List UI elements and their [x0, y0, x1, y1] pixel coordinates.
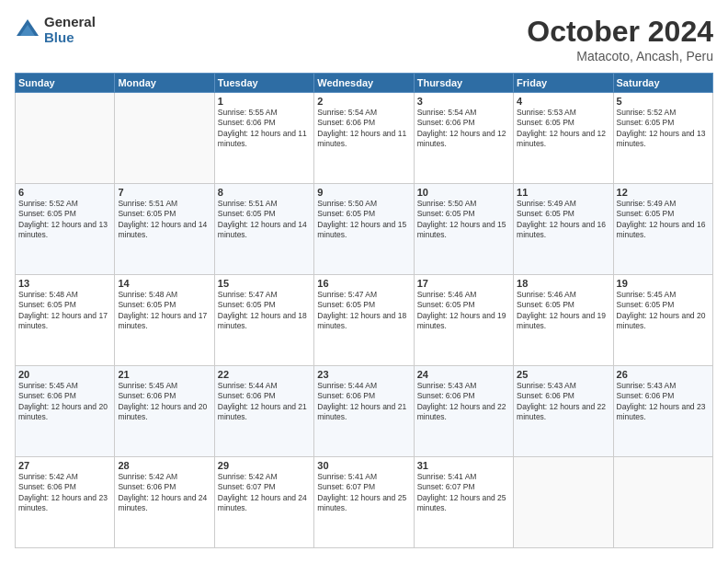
header-tuesday: Tuesday	[214, 74, 313, 93]
day-number: 10	[417, 187, 510, 198]
day-number: 8	[218, 187, 311, 198]
day-info: Sunrise: 5:52 AMSunset: 6:05 PMDaylight:…	[617, 108, 710, 150]
day-info: Sunrise: 5:42 AMSunset: 6:06 PMDaylight:…	[118, 472, 210, 514]
calendar-week-3: 13Sunrise: 5:48 AMSunset: 6:05 PMDayligh…	[16, 275, 713, 366]
table-row: 12Sunrise: 5:49 AMSunset: 6:05 PMDayligh…	[613, 184, 712, 275]
table-row	[514, 457, 613, 548]
table-row: 29Sunrise: 5:42 AMSunset: 6:07 PMDayligh…	[214, 457, 313, 548]
page: General Blue October 2024 Matacoto, Anca…	[0, 0, 728, 563]
header-thursday: Thursday	[414, 74, 513, 93]
day-info: Sunrise: 5:43 AMSunset: 6:06 PMDaylight:…	[517, 381, 609, 423]
table-row: 20Sunrise: 5:45 AMSunset: 6:06 PMDayligh…	[16, 366, 115, 457]
table-row: 3Sunrise: 5:54 AMSunset: 6:06 PMDaylight…	[414, 93, 513, 184]
location: Matacoto, Ancash, Peru	[527, 49, 713, 63]
day-info: Sunrise: 5:42 AMSunset: 6:06 PMDaylight:…	[18, 472, 111, 514]
table-row: 2Sunrise: 5:54 AMSunset: 6:06 PMDaylight…	[314, 93, 414, 184]
day-number: 20	[18, 369, 111, 380]
month-title: October 2024	[527, 15, 713, 49]
table-row: 21Sunrise: 5:45 AMSunset: 6:06 PMDayligh…	[115, 366, 214, 457]
day-info: Sunrise: 5:42 AMSunset: 6:07 PMDaylight:…	[218, 472, 311, 514]
table-row: 18Sunrise: 5:46 AMSunset: 6:05 PMDayligh…	[514, 275, 613, 366]
day-info: Sunrise: 5:55 AMSunset: 6:06 PMDaylight:…	[218, 108, 311, 150]
day-number: 30	[317, 460, 410, 471]
day-number: 13	[18, 278, 111, 289]
logo-general-text: General	[44, 15, 96, 30]
logo: General Blue	[15, 15, 96, 45]
table-row: 7Sunrise: 5:51 AMSunset: 6:05 PMDaylight…	[115, 184, 214, 275]
table-row: 6Sunrise: 5:52 AMSunset: 6:05 PMDaylight…	[16, 184, 115, 275]
day-number: 5	[617, 96, 710, 107]
day-number: 25	[517, 369, 609, 380]
day-info: Sunrise: 5:51 AMSunset: 6:05 PMDaylight:…	[118, 199, 210, 241]
day-info: Sunrise: 5:45 AMSunset: 6:05 PMDaylight:…	[617, 290, 710, 332]
table-row	[115, 93, 214, 184]
day-info: Sunrise: 5:54 AMSunset: 6:06 PMDaylight:…	[317, 108, 410, 150]
day-number: 23	[317, 369, 410, 380]
day-number: 1	[218, 96, 311, 107]
day-number: 18	[517, 278, 609, 289]
table-row	[613, 457, 712, 548]
day-number: 28	[118, 460, 210, 471]
header-sunday: Sunday	[16, 74, 115, 93]
weekday-header-row: Sunday Monday Tuesday Wednesday Thursday…	[16, 74, 713, 93]
day-number: 29	[218, 460, 311, 471]
day-info: Sunrise: 5:54 AMSunset: 6:06 PMDaylight:…	[417, 108, 510, 150]
table-row: 17Sunrise: 5:46 AMSunset: 6:05 PMDayligh…	[414, 275, 513, 366]
calendar-week-4: 20Sunrise: 5:45 AMSunset: 6:06 PMDayligh…	[16, 366, 713, 457]
calendar-table: Sunday Monday Tuesday Wednesday Thursday…	[15, 73, 713, 548]
day-number: 16	[317, 278, 410, 289]
day-info: Sunrise: 5:49 AMSunset: 6:05 PMDaylight:…	[617, 199, 710, 241]
header: General Blue October 2024 Matacoto, Anca…	[15, 15, 713, 63]
day-info: Sunrise: 5:51 AMSunset: 6:05 PMDaylight:…	[218, 199, 311, 241]
table-row: 22Sunrise: 5:44 AMSunset: 6:06 PMDayligh…	[214, 366, 313, 457]
day-number: 24	[417, 369, 510, 380]
day-number: 17	[417, 278, 510, 289]
table-row: 4Sunrise: 5:53 AMSunset: 6:05 PMDaylight…	[514, 93, 613, 184]
logo-icon	[15, 17, 40, 43]
calendar-week-1: 1Sunrise: 5:55 AMSunset: 6:06 PMDaylight…	[16, 93, 713, 184]
day-number: 2	[317, 96, 410, 107]
table-row: 30Sunrise: 5:41 AMSunset: 6:07 PMDayligh…	[314, 457, 414, 548]
day-number: 11	[517, 187, 609, 198]
day-info: Sunrise: 5:41 AMSunset: 6:07 PMDaylight:…	[317, 472, 410, 514]
day-number: 19	[617, 278, 710, 289]
day-number: 15	[218, 278, 311, 289]
day-info: Sunrise: 5:43 AMSunset: 6:06 PMDaylight:…	[417, 381, 510, 423]
table-row: 14Sunrise: 5:48 AMSunset: 6:05 PMDayligh…	[115, 275, 214, 366]
table-row: 23Sunrise: 5:44 AMSunset: 6:06 PMDayligh…	[314, 366, 414, 457]
logo-text: General Blue	[44, 15, 96, 45]
day-number: 12	[617, 187, 710, 198]
table-row: 25Sunrise: 5:43 AMSunset: 6:06 PMDayligh…	[514, 366, 613, 457]
table-row: 5Sunrise: 5:52 AMSunset: 6:05 PMDaylight…	[613, 93, 712, 184]
day-info: Sunrise: 5:45 AMSunset: 6:06 PMDaylight:…	[18, 381, 111, 423]
table-row: 26Sunrise: 5:43 AMSunset: 6:06 PMDayligh…	[613, 366, 712, 457]
day-number: 4	[517, 96, 609, 107]
day-info: Sunrise: 5:43 AMSunset: 6:06 PMDaylight:…	[617, 381, 710, 423]
table-row: 13Sunrise: 5:48 AMSunset: 6:05 PMDayligh…	[16, 275, 115, 366]
day-number: 22	[218, 369, 311, 380]
table-row: 15Sunrise: 5:47 AMSunset: 6:05 PMDayligh…	[214, 275, 313, 366]
logo-blue-text: Blue	[44, 30, 96, 46]
table-row: 1Sunrise: 5:55 AMSunset: 6:06 PMDaylight…	[214, 93, 313, 184]
day-info: Sunrise: 5:50 AMSunset: 6:05 PMDaylight:…	[417, 199, 510, 241]
day-info: Sunrise: 5:52 AMSunset: 6:05 PMDaylight:…	[18, 199, 111, 241]
day-number: 26	[617, 369, 710, 380]
day-number: 21	[118, 369, 210, 380]
header-saturday: Saturday	[613, 74, 712, 93]
day-number: 7	[118, 187, 210, 198]
day-info: Sunrise: 5:53 AMSunset: 6:05 PMDaylight:…	[517, 108, 609, 150]
day-info: Sunrise: 5:50 AMSunset: 6:05 PMDaylight:…	[317, 199, 410, 241]
header-friday: Friday	[514, 74, 613, 93]
table-row: 9Sunrise: 5:50 AMSunset: 6:05 PMDaylight…	[314, 184, 414, 275]
header-monday: Monday	[115, 74, 214, 93]
table-row: 10Sunrise: 5:50 AMSunset: 6:05 PMDayligh…	[414, 184, 513, 275]
day-info: Sunrise: 5:48 AMSunset: 6:05 PMDaylight:…	[18, 290, 111, 332]
table-row	[16, 93, 115, 184]
day-number: 31	[417, 460, 510, 471]
day-info: Sunrise: 5:41 AMSunset: 6:07 PMDaylight:…	[417, 472, 510, 514]
day-info: Sunrise: 5:45 AMSunset: 6:06 PMDaylight:…	[118, 381, 210, 423]
day-info: Sunrise: 5:49 AMSunset: 6:05 PMDaylight:…	[517, 199, 609, 241]
day-number: 3	[417, 96, 510, 107]
day-number: 9	[317, 187, 410, 198]
table-row: 27Sunrise: 5:42 AMSunset: 6:06 PMDayligh…	[16, 457, 115, 548]
